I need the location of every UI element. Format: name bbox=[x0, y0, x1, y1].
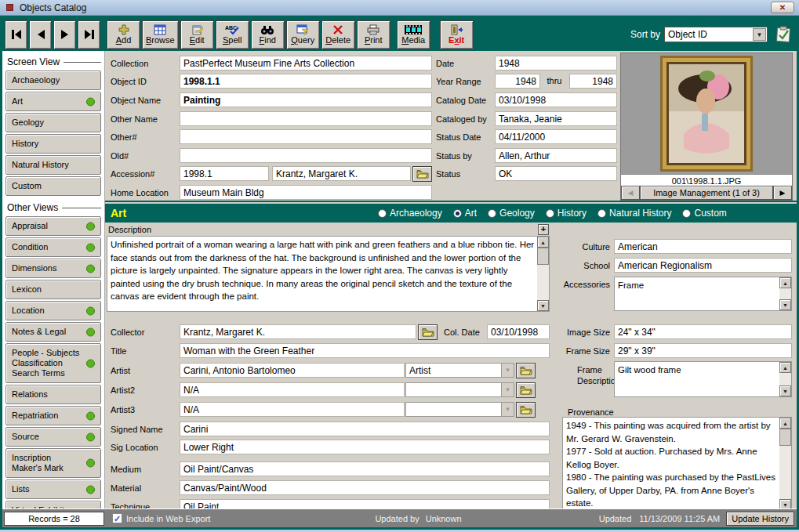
sort-by-dropdown[interactable]: Object ID ▼ bbox=[664, 27, 768, 42]
sidebar-item-lists[interactable]: Lists bbox=[5, 480, 101, 499]
scroll-up-icon[interactable]: ▲ bbox=[779, 418, 791, 429]
sig-location-field[interactable]: Lower Right bbox=[180, 440, 550, 454]
other-number-field[interactable] bbox=[180, 129, 432, 144]
frame-size-field[interactable]: 29" x 39" bbox=[614, 343, 792, 358]
sidebar-item-history[interactable]: History bbox=[5, 134, 101, 154]
object-id-field[interactable]: 1998.1.1 bbox=[180, 74, 432, 89]
status-date-field[interactable]: 04/11/2000 bbox=[495, 129, 617, 144]
col-date-field[interactable]: 03/10/1998 bbox=[487, 324, 550, 339]
radio-archaeology[interactable]: Archaeology bbox=[378, 208, 442, 219]
sidebar-item-people-subjects[interactable]: People - Subjects Classification Search … bbox=[5, 343, 101, 383]
artist2-role-dropdown[interactable]: ▼ bbox=[405, 382, 514, 397]
exit-button[interactable]: Exit bbox=[440, 20, 474, 49]
scroll-down-icon[interactable]: ▼ bbox=[779, 385, 791, 396]
edit-button[interactable]: Edit bbox=[180, 20, 214, 49]
material-field[interactable]: Canvas/Paint/Wood bbox=[180, 480, 550, 495]
artist3-field[interactable]: N/A bbox=[180, 402, 405, 417]
next-record-button[interactable] bbox=[53, 20, 76, 49]
query-button[interactable]: Query bbox=[286, 20, 320, 49]
accession-folder-button[interactable] bbox=[412, 166, 432, 182]
medium-field[interactable]: Oil Paint/Canvas bbox=[180, 461, 550, 476]
chevron-down-icon[interactable]: ▼ bbox=[501, 383, 514, 396]
artist-folder-button[interactable] bbox=[516, 363, 536, 378]
provenance-field[interactable]: 1949 - This painting was acquired from t… bbox=[562, 417, 792, 508]
radio-history[interactable]: History bbox=[546, 208, 587, 219]
sidebar-item-condition[interactable]: Condition bbox=[5, 237, 101, 257]
frame-description-field[interactable]: Gilt wood frame ▲▼ bbox=[614, 361, 792, 397]
sidebar-item-natural-history[interactable]: Natural History bbox=[5, 155, 101, 175]
sidebar-item-relations[interactable]: Relations bbox=[5, 385, 101, 404]
first-record-button[interactable] bbox=[5, 20, 27, 49]
sidebar-item-notes-legal[interactable]: Notes & Legal bbox=[5, 322, 101, 342]
object-name-field[interactable]: Painting bbox=[180, 92, 432, 107]
accessories-scrollbar[interactable]: ▲▼ bbox=[779, 277, 791, 310]
sidebar-item-virtual-exhibit[interactable]: Virtual Exhibit bbox=[5, 501, 101, 508]
artist3-folder-button[interactable] bbox=[516, 402, 536, 418]
scroll-down-icon[interactable]: ▼ bbox=[779, 499, 791, 508]
collector-field[interactable]: Krantz, Margaret K. bbox=[180, 324, 416, 339]
artist2-field[interactable]: N/A bbox=[180, 382, 405, 397]
sidebar-item-inscription[interactable]: Inscription Maker's Mark bbox=[5, 448, 101, 478]
spell-button[interactable]: ABC Spell bbox=[216, 20, 249, 49]
web-export-checkbox[interactable]: ✓ bbox=[112, 513, 122, 523]
artist2-folder-button[interactable] bbox=[516, 382, 536, 398]
media-button[interactable]: Media bbox=[397, 20, 430, 49]
sidebar-item-source[interactable]: Source bbox=[5, 427, 101, 447]
sidebar-item-custom[interactable]: Custom bbox=[5, 176, 101, 196]
scroll-down-icon[interactable]: ▼ bbox=[779, 299, 791, 310]
chevron-down-icon[interactable]: ▼ bbox=[501, 403, 514, 416]
frame-description-scrollbar[interactable]: ▲▼ bbox=[779, 362, 791, 396]
sidebar-item-art[interactable]: Art bbox=[5, 92, 101, 111]
old-number-field[interactable] bbox=[180, 148, 432, 163]
collector-folder-button[interactable] bbox=[418, 324, 438, 340]
catalog-date-field[interactable]: 03/10/1998 bbox=[495, 92, 617, 107]
image-size-field[interactable]: 24" x 34" bbox=[614, 324, 792, 339]
cataloged-by-field[interactable]: Tanaka, Jeanie bbox=[495, 111, 617, 126]
home-location-field[interactable]: Museum Main Bldg bbox=[180, 185, 432, 200]
close-button[interactable]: ✕ bbox=[771, 2, 794, 13]
browse-button[interactable]: Browse bbox=[142, 20, 179, 49]
accession-name-field[interactable]: Krantz, Margaret K. bbox=[272, 166, 411, 181]
sidebar-item-archaeology[interactable]: Archaeology bbox=[5, 71, 101, 90]
find-button[interactable]: Find bbox=[251, 20, 285, 49]
image-next-button[interactable]: ▶ bbox=[773, 186, 792, 200]
radio-natural-history[interactable]: Natural History bbox=[597, 208, 671, 219]
last-record-button[interactable] bbox=[78, 20, 100, 49]
culture-field[interactable]: American bbox=[614, 239, 792, 254]
provenance-scrollbar[interactable]: ▲ ▼ bbox=[779, 418, 791, 508]
date-field[interactable]: 1948 bbox=[495, 56, 617, 71]
other-name-field[interactable] bbox=[180, 111, 432, 126]
sidebar-item-lexicon[interactable]: Lexicon bbox=[5, 280, 101, 299]
delete-button[interactable]: Delete bbox=[321, 20, 355, 49]
year-from-field[interactable]: 1948 bbox=[495, 74, 540, 89]
artist3-role-dropdown[interactable]: ▼ bbox=[405, 402, 514, 417]
status-by-field[interactable]: Allen, Arthur bbox=[495, 148, 617, 163]
image-prev-button[interactable]: ◀ bbox=[621, 186, 640, 200]
print-button[interactable]: Print bbox=[357, 20, 390, 49]
update-history-button[interactable]: Update History bbox=[726, 512, 794, 526]
sidebar-item-dimensions[interactable]: Dimensions bbox=[5, 259, 101, 278]
scroll-up-icon[interactable]: ▲ bbox=[779, 362, 791, 373]
artist-role-dropdown[interactable]: Artist▼ bbox=[405, 363, 514, 378]
radio-custom[interactable]: Custom bbox=[682, 208, 726, 219]
technique-field[interactable]: Oil Paint bbox=[180, 499, 550, 508]
artist-field[interactable]: Carini, Antonio Bartolomeo bbox=[180, 363, 405, 378]
sidebar-item-location[interactable]: Location bbox=[5, 301, 101, 320]
scroll-up-icon[interactable]: ▲ bbox=[779, 277, 791, 288]
radio-art[interactable]: Art bbox=[453, 208, 477, 219]
sidebar-item-repatriation[interactable]: Repatriation bbox=[5, 406, 101, 425]
collection-field[interactable]: PastPerfect Museum Fine Arts Collection bbox=[180, 56, 432, 71]
year-to-field[interactable]: 1948 bbox=[569, 74, 617, 89]
description-expand-button[interactable]: + bbox=[538, 224, 549, 235]
accession-number-field[interactable]: 1998.1 bbox=[180, 166, 269, 181]
title-field[interactable]: Woman with the Green Feather bbox=[180, 343, 550, 358]
scroll-down-icon[interactable]: ▼ bbox=[537, 300, 549, 311]
sidebar-item-geology[interactable]: Geology bbox=[5, 113, 101, 132]
chevron-down-icon[interactable]: ▼ bbox=[753, 28, 766, 41]
chevron-down-icon[interactable]: ▼ bbox=[501, 364, 514, 377]
add-button[interactable]: Add bbox=[107, 20, 140, 49]
radio-geology[interactable]: Geology bbox=[488, 208, 535, 219]
scroll-thumb[interactable] bbox=[779, 429, 791, 446]
sidebar-item-appraisal[interactable]: Appraisal bbox=[5, 216, 101, 236]
school-field[interactable]: American Regionalism bbox=[614, 258, 792, 273]
